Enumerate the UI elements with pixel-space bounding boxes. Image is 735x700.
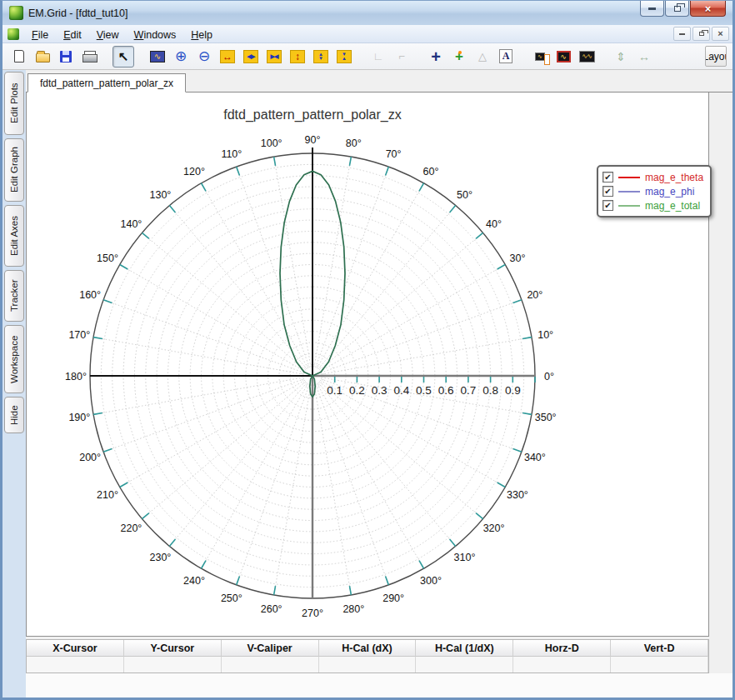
legend-checkbox-mag_e_phi[interactable]: ✔: [602, 186, 613, 197]
svg-text:20°: 20°: [527, 289, 542, 301]
menu-windows[interactable]: Windows: [127, 28, 184, 42]
svg-text:0.1: 0.1: [327, 384, 342, 397]
legend-label: mag_e_theta: [645, 172, 703, 183]
svg-text:180°: 180°: [65, 371, 87, 382]
svg-text:330°: 330°: [507, 489, 528, 501]
legend-checkbox-mag_e_total[interactable]: ✔: [602, 200, 613, 211]
svg-text:0.8: 0.8: [482, 384, 498, 397]
multi-graph-button[interactable]: ∿∿: [576, 46, 598, 68]
save-button[interactable]: [55, 46, 77, 68]
zoom-out-button[interactable]: ⊖: [193, 46, 215, 68]
svg-text:0.6: 0.6: [438, 384, 454, 397]
mdi-window-controls: ×: [672, 27, 729, 41]
svg-text:230°: 230°: [150, 552, 172, 563]
open-file-button[interactable]: [32, 46, 53, 68]
sidebar: Edit PlotsEdit GraphEdit AxesTrackerWork…: [2, 70, 26, 698]
zoom-in-button[interactable]: ⊕: [170, 46, 192, 68]
menubar: FileEditViewWindowsHelp ×: [2, 25, 732, 43]
new-file-button[interactable]: [8, 46, 30, 68]
mdi-restore-button[interactable]: [692, 27, 710, 41]
plot-properties-icon: ∿: [535, 52, 545, 61]
single-graph-icon: ∿: [557, 51, 571, 62]
svg-text:270°: 270°: [302, 608, 323, 619]
svg-text:fdtd_pattern_pattern_polar_zx: fdtd_pattern_pattern_polar_zx: [223, 108, 401, 122]
menu-edit[interactable]: Edit: [56, 28, 89, 42]
svg-text:140°: 140°: [121, 218, 142, 230]
minimize-button[interactable]: [640, 1, 664, 17]
mdi-close-icon: ×: [718, 29, 722, 38]
svg-text:10°: 10°: [538, 329, 553, 341]
cursor-table-values: [27, 657, 708, 672]
zoom-in-icon: ⊕: [175, 49, 187, 63]
menu-view[interactable]: View: [89, 28, 127, 42]
svg-text:70°: 70°: [386, 148, 402, 160]
legend-label: mag_e_phi: [645, 186, 694, 198]
single-graph-button[interactable]: ∿: [552, 46, 574, 68]
toolbar-separator: [135, 46, 146, 68]
tracker-tool-button[interactable]: +: [448, 46, 470, 68]
text-annotation-button[interactable]: A: [495, 46, 517, 68]
cursor-col-header: Horz-D: [513, 640, 611, 657]
corner-caliper-left-button: ∟: [368, 46, 389, 68]
menu-help[interactable]: Help: [183, 28, 220, 42]
legend-checkbox-mag_e_theta[interactable]: ✔: [602, 172, 613, 182]
text-annotation-icon: A: [499, 49, 513, 63]
menu-file[interactable]: File: [24, 28, 56, 42]
fit-vertical-button: ⇕: [610, 46, 632, 68]
titlebar: EM.Grid - [fdtd_tut10] ×: [2, 1, 732, 25]
select-cursor-icon: ↖: [118, 50, 129, 62]
fit-vertical-icon: ⇕: [616, 51, 626, 62]
legend-entry-mag_e_total: ✔mag_e_total: [602, 198, 703, 212]
svg-text:40°: 40°: [486, 218, 502, 230]
restore-button[interactable]: [665, 1, 689, 17]
expand-horizontal-button[interactable]: ↔: [217, 46, 238, 68]
select-cursor-button[interactable]: ↖: [112, 46, 134, 68]
legend-line-sample: [618, 191, 640, 192]
sidebar-tab-hide[interactable]: Hide: [4, 397, 24, 433]
print-icon: [82, 51, 96, 62]
legend: ✔mag_e_theta✔mag_e_phi✔mag_e_total: [597, 165, 712, 218]
mdi-restore-icon: [699, 32, 704, 36]
footer-strip: [26, 673, 732, 698]
sidebar-tab-edit-graph[interactable]: Edit Graph: [4, 138, 24, 202]
cursor-col-header: Y-Cursor: [124, 640, 222, 657]
pan-horizontal-button[interactable]: ◀▶: [240, 46, 262, 68]
sidebar-tab-tracker[interactable]: Tracker: [4, 270, 24, 322]
svg-text:60°: 60°: [423, 166, 439, 178]
menu-items: FileEditViewWindowsHelp: [24, 27, 220, 42]
plot-panel[interactable]: 0.10.20.30.40.50.60.70.80.90°10°20°30°40…: [26, 92, 709, 637]
svg-text:130°: 130°: [150, 189, 172, 201]
toolbar-separator: [518, 46, 528, 68]
cursor-col-value: [416, 657, 513, 672]
sidebar-tab-edit-plots[interactable]: Edit Plots: [4, 72, 24, 135]
print-button[interactable]: [78, 46, 100, 68]
svg-text:280°: 280°: [342, 603, 364, 615]
close-button[interactable]: ×: [690, 1, 726, 17]
pan-vertical-button[interactable]: ▲▼: [310, 46, 332, 68]
zoom-region-button[interactable]: ∿: [147, 46, 168, 68]
plot-properties-button[interactable]: ∿: [529, 46, 551, 68]
cursor-col-header: X-Cursor: [27, 640, 124, 657]
window-controls: ×: [639, 1, 726, 17]
svg-text:0.3: 0.3: [372, 384, 388, 397]
expand-vertical-button[interactable]: ↕: [287, 46, 308, 68]
tab-bar: fdtd_pattern_pattern_polar_zx: [26, 70, 732, 92]
legend-line-sample: [618, 205, 640, 207]
tab-fdtd-pattern-polar-zx[interactable]: fdtd_pattern_pattern_polar_zx: [28, 73, 186, 92]
sidebar-tab-edit-axes[interactable]: Edit Axes: [4, 205, 24, 267]
collapse-vertical-button[interactable]: ▼▲: [333, 46, 355, 68]
svg-text:110°: 110°: [221, 148, 242, 160]
collapse-horizontal-button[interactable]: ▶◀: [263, 46, 285, 68]
mdi-close-button[interactable]: ×: [712, 27, 729, 41]
crosshair-cursor-button[interactable]: +: [425, 46, 447, 68]
mdi-minimize-button[interactable]: [673, 27, 691, 41]
app-logo-icon: [9, 6, 23, 20]
svg-text:160°: 160°: [79, 289, 101, 301]
legend-line-sample: [618, 177, 640, 178]
sidebar-tab-workspace[interactable]: Workspace: [4, 325, 24, 393]
svg-text:320°: 320°: [483, 522, 505, 534]
collapse-vertical-icon: ▼▲: [337, 50, 352, 63]
cursor-col-value: [124, 657, 222, 672]
layout-button[interactable]: Layout: [705, 46, 727, 67]
app-window: EM.Grid - [fdtd_tut10] × FileEditViewWin…: [0, 0, 735, 700]
